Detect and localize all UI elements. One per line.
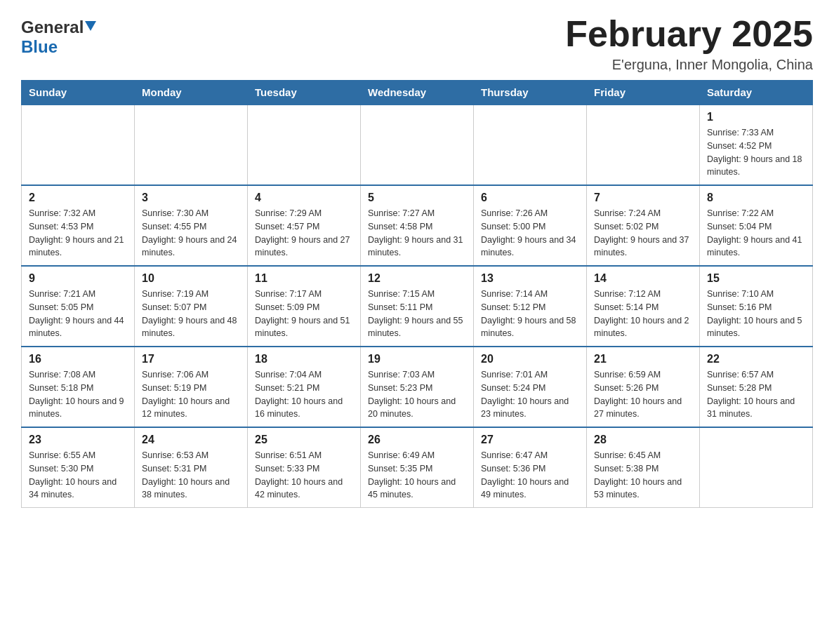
- day-number: 28: [594, 434, 692, 446]
- day-number: 19: [368, 353, 466, 365]
- logo-triangle-icon: [85, 21, 96, 34]
- calendar-cell: 2Sunrise: 7:32 AMSunset: 4:53 PMDaylight…: [22, 185, 135, 266]
- weekday-header-sunday: Sunday: [22, 81, 135, 105]
- day-number: 2: [29, 192, 127, 204]
- day-info: Sunrise: 6:45 AMSunset: 5:38 PMDaylight:…: [594, 449, 692, 502]
- day-number: 3: [142, 192, 240, 204]
- day-info: Sunrise: 6:47 AMSunset: 5:36 PMDaylight:…: [481, 449, 579, 502]
- day-number: 17: [142, 353, 240, 365]
- day-number: 5: [368, 192, 466, 204]
- day-info: Sunrise: 7:22 AMSunset: 5:04 PMDaylight:…: [707, 207, 805, 260]
- day-info: Sunrise: 7:24 AMSunset: 5:02 PMDaylight:…: [594, 207, 692, 260]
- day-number: 18: [255, 353, 353, 365]
- weekday-header-wednesday: Wednesday: [361, 81, 474, 105]
- day-number: 8: [707, 192, 805, 204]
- calendar-cell: 8Sunrise: 7:22 AMSunset: 5:04 PMDaylight…: [700, 185, 813, 266]
- day-number: 9: [29, 272, 127, 285]
- day-info: Sunrise: 7:32 AMSunset: 4:53 PMDaylight:…: [29, 207, 127, 260]
- day-info: Sunrise: 6:53 AMSunset: 5:31 PMDaylight:…: [142, 449, 240, 502]
- day-info: Sunrise: 7:19 AMSunset: 5:07 PMDaylight:…: [142, 288, 240, 340]
- day-number: 14: [594, 272, 692, 285]
- calendar-cell: 27Sunrise: 6:47 AMSunset: 5:36 PMDayligh…: [474, 427, 587, 508]
- day-number: 24: [142, 434, 240, 446]
- logo-general-text: General: [21, 18, 84, 37]
- calendar-cell: [474, 105, 587, 185]
- day-info: Sunrise: 7:33 AMSunset: 4:52 PMDaylight:…: [707, 126, 805, 179]
- calendar-cell: 12Sunrise: 7:15 AMSunset: 5:11 PMDayligh…: [361, 266, 474, 347]
- day-number: 1: [707, 111, 805, 123]
- day-info: Sunrise: 6:59 AMSunset: 5:26 PMDaylight:…: [594, 368, 692, 421]
- calendar-cell: [248, 105, 361, 185]
- calendar-cell: 1Sunrise: 7:33 AMSunset: 4:52 PMDaylight…: [700, 105, 813, 185]
- day-number: 12: [368, 272, 466, 285]
- weekday-header-monday: Monday: [135, 81, 248, 105]
- calendar-cell: 14Sunrise: 7:12 AMSunset: 5:14 PMDayligh…: [587, 266, 700, 347]
- day-info: Sunrise: 6:49 AMSunset: 5:35 PMDaylight:…: [368, 449, 466, 502]
- calendar-cell: 4Sunrise: 7:29 AMSunset: 4:57 PMDaylight…: [248, 185, 361, 266]
- day-info: Sunrise: 7:03 AMSunset: 5:23 PMDaylight:…: [368, 368, 466, 421]
- day-info: Sunrise: 7:26 AMSunset: 5:00 PMDaylight:…: [481, 207, 579, 260]
- calendar-table: SundayMondayTuesdayWednesdayThursdayFrid…: [21, 80, 813, 508]
- day-info: Sunrise: 7:08 AMSunset: 5:18 PMDaylight:…: [29, 368, 127, 421]
- location-subtitle: E'erguna, Inner Mongolia, China: [565, 57, 813, 73]
- calendar-cell: 21Sunrise: 6:59 AMSunset: 5:26 PMDayligh…: [587, 347, 700, 427]
- calendar-cell: 3Sunrise: 7:30 AMSunset: 4:55 PMDaylight…: [135, 185, 248, 266]
- weekday-header-friday: Friday: [587, 81, 700, 105]
- month-year-title: February 2025: [565, 14, 813, 54]
- day-number: 6: [481, 192, 579, 204]
- logo: General Blue: [21, 14, 96, 57]
- day-number: 20: [481, 353, 579, 365]
- calendar-cell: [22, 105, 135, 185]
- calendar-cell: 6Sunrise: 7:26 AMSunset: 5:00 PMDaylight…: [474, 185, 587, 266]
- day-number: 25: [255, 434, 353, 446]
- weekday-header-tuesday: Tuesday: [248, 81, 361, 105]
- day-number: 13: [481, 272, 579, 285]
- day-number: 4: [255, 192, 353, 204]
- calendar-week-3: 9Sunrise: 7:21 AMSunset: 5:05 PMDaylight…: [22, 266, 813, 347]
- day-info: Sunrise: 7:14 AMSunset: 5:12 PMDaylight:…: [481, 288, 579, 340]
- calendar-week-2: 2Sunrise: 7:32 AMSunset: 4:53 PMDaylight…: [22, 185, 813, 266]
- calendar-cell: 23Sunrise: 6:55 AMSunset: 5:30 PMDayligh…: [22, 427, 135, 508]
- day-number: 27: [481, 434, 579, 446]
- day-info: Sunrise: 7:29 AMSunset: 4:57 PMDaylight:…: [255, 207, 353, 260]
- calendar-cell: 19Sunrise: 7:03 AMSunset: 5:23 PMDayligh…: [361, 347, 474, 427]
- calendar-week-4: 16Sunrise: 7:08 AMSunset: 5:18 PMDayligh…: [22, 347, 813, 427]
- day-info: Sunrise: 7:15 AMSunset: 5:11 PMDaylight:…: [368, 288, 466, 340]
- calendar-cell: 9Sunrise: 7:21 AMSunset: 5:05 PMDaylight…: [22, 266, 135, 347]
- weekday-header-row: SundayMondayTuesdayWednesdayThursdayFrid…: [22, 81, 813, 105]
- title-area: February 2025 E'erguna, Inner Mongolia, …: [565, 14, 813, 73]
- day-number: 10: [142, 272, 240, 285]
- day-number: 21: [594, 353, 692, 365]
- calendar-cell: [700, 427, 813, 508]
- calendar-cell: [135, 105, 248, 185]
- calendar-cell: 28Sunrise: 6:45 AMSunset: 5:38 PMDayligh…: [587, 427, 700, 508]
- calendar-cell: 11Sunrise: 7:17 AMSunset: 5:09 PMDayligh…: [248, 266, 361, 347]
- calendar-cell: 22Sunrise: 6:57 AMSunset: 5:28 PMDayligh…: [700, 347, 813, 427]
- day-info: Sunrise: 7:17 AMSunset: 5:09 PMDaylight:…: [255, 288, 353, 340]
- weekday-header-thursday: Thursday: [474, 81, 587, 105]
- day-info: Sunrise: 7:27 AMSunset: 4:58 PMDaylight:…: [368, 207, 466, 260]
- calendar-cell: 24Sunrise: 6:53 AMSunset: 5:31 PMDayligh…: [135, 427, 248, 508]
- calendar-cell: 7Sunrise: 7:24 AMSunset: 5:02 PMDaylight…: [587, 185, 700, 266]
- day-number: 11: [255, 272, 353, 285]
- calendar-cell: 17Sunrise: 7:06 AMSunset: 5:19 PMDayligh…: [135, 347, 248, 427]
- calendar-cell: 25Sunrise: 6:51 AMSunset: 5:33 PMDayligh…: [248, 427, 361, 508]
- day-info: Sunrise: 7:12 AMSunset: 5:14 PMDaylight:…: [594, 288, 692, 340]
- day-number: 7: [594, 192, 692, 204]
- page-header: General Blue February 2025 E'erguna, Inn…: [21, 14, 813, 73]
- day-info: Sunrise: 7:10 AMSunset: 5:16 PMDaylight:…: [707, 288, 805, 340]
- calendar-week-5: 23Sunrise: 6:55 AMSunset: 5:30 PMDayligh…: [22, 427, 813, 508]
- day-info: Sunrise: 6:57 AMSunset: 5:28 PMDaylight:…: [707, 368, 805, 421]
- day-info: Sunrise: 7:06 AMSunset: 5:19 PMDaylight:…: [142, 368, 240, 421]
- day-info: Sunrise: 7:21 AMSunset: 5:05 PMDaylight:…: [29, 288, 127, 340]
- day-number: 22: [707, 353, 805, 365]
- calendar-cell: [361, 105, 474, 185]
- day-info: Sunrise: 7:04 AMSunset: 5:21 PMDaylight:…: [255, 368, 353, 421]
- calendar-cell: [587, 105, 700, 185]
- calendar-cell: 26Sunrise: 6:49 AMSunset: 5:35 PMDayligh…: [361, 427, 474, 508]
- day-info: Sunrise: 7:30 AMSunset: 4:55 PMDaylight:…: [142, 207, 240, 260]
- day-info: Sunrise: 7:01 AMSunset: 5:24 PMDaylight:…: [481, 368, 579, 421]
- day-number: 26: [368, 434, 466, 446]
- day-info: Sunrise: 6:51 AMSunset: 5:33 PMDaylight:…: [255, 449, 353, 502]
- weekday-header-saturday: Saturday: [700, 81, 813, 105]
